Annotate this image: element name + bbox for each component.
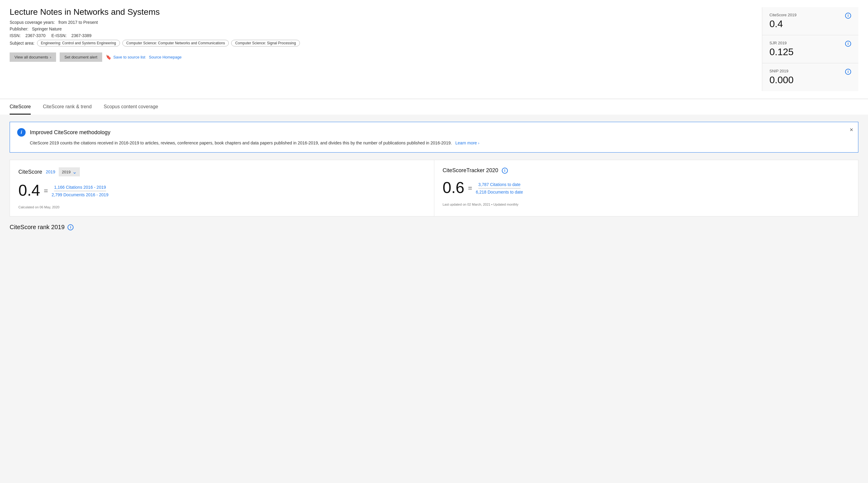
issn-label: ISSN: xyxy=(10,33,21,38)
sjr-metric-value: 0.125 xyxy=(770,47,794,58)
tracker-formula: 0.6 = 3,787 Citations to date 6,218 Docu… xyxy=(443,179,850,198)
subject-tag-2[interactable]: Computer Science: Signal Processing xyxy=(231,40,300,47)
save-to-source-label: Save to source list xyxy=(113,55,145,59)
coverage-years: from 2017 to Present xyxy=(59,20,98,25)
tab-scopus-content[interactable]: Scopus content coverage xyxy=(104,99,158,115)
tracker-info-icon[interactable]: i xyxy=(502,168,508,174)
tracker-main-value: 0.6 xyxy=(443,179,464,197)
citescore-year-selector-label: 2019 xyxy=(62,170,70,174)
banner-header: i Improved CiteScore methodology xyxy=(17,128,851,137)
banner-title: Improved CiteScore methodology xyxy=(30,129,110,136)
view-all-docs-label: View all documents xyxy=(14,55,48,59)
tracker-card: CiteScoreTracker 2020 i 0.6 = 3,787 Cita… xyxy=(434,160,859,216)
citescore-card-label: CiteScore xyxy=(19,169,42,175)
sjr-metric-label: SJR 2019 xyxy=(770,41,794,45)
page-title: Lecture Notes in Networks and Systems xyxy=(10,7,752,17)
citescore-info-icon[interactable]: i xyxy=(845,13,851,19)
issn-value: 2367-3370 xyxy=(25,33,45,38)
citescore-citations[interactable]: 1,166 Citations 2016 - 2019 xyxy=(54,185,106,191)
banner-text: CiteScore 2019 counts the citations rece… xyxy=(30,141,452,145)
banner-close-button[interactable]: × xyxy=(849,126,853,133)
score-cards-row: CiteScore 2019 2019 ⌄ 0.4 = 1,166 Citati… xyxy=(10,160,858,216)
tabs-bar: CiteScore CiteScore rank & trend Scopus … xyxy=(0,99,868,115)
citescore-rank-label: CiteScore rank 2019 xyxy=(10,224,64,231)
citescore-card-title: CiteScore 2019 2019 ⌄ xyxy=(19,167,426,176)
tracker-fraction: 3,787 Citations to date 6,218 Documents … xyxy=(476,182,523,194)
snip-metric-label: SNIP 2019 xyxy=(770,69,794,73)
publisher-line: Publisher: Springer Nature xyxy=(10,27,752,31)
citescore-rank-section: CiteScore rank 2019 i xyxy=(10,224,858,231)
citescore-year-badge: 2019 xyxy=(46,170,55,174)
learn-more-link[interactable]: Learn more › xyxy=(456,141,479,145)
banner-info-icon: i xyxy=(17,128,26,137)
citescore-year-selector[interactable]: 2019 ⌄ xyxy=(59,167,80,176)
tab-citescore[interactable]: CiteScore xyxy=(10,99,31,115)
source-homepage-link[interactable]: Source Homepage xyxy=(149,55,181,59)
dropdown-arrow-icon: ⌄ xyxy=(72,169,77,175)
subject-tag-1[interactable]: Computer Science: Computer Networks and … xyxy=(122,40,229,47)
sjr-metric-info: SJR 2019 0.125 xyxy=(770,41,794,58)
publisher-value: Springer Nature xyxy=(32,27,62,31)
main-info: Lecture Notes in Networks and Systems Sc… xyxy=(10,7,762,91)
eissn-value: 2367-3389 xyxy=(71,33,92,38)
citescore-metric-label: CiteScore 2019 xyxy=(770,13,797,17)
citescore-metric-value: 0.4 xyxy=(770,19,797,30)
citescore-metric-card: CiteScore 2019 0.4 i xyxy=(762,7,858,35)
publisher-label: Publisher: xyxy=(10,27,28,31)
citescore-fraction: 1,166 Citations 2016 - 2019 2,799 Docume… xyxy=(52,185,108,197)
banner-body: CiteScore 2019 counts the citations rece… xyxy=(17,140,851,146)
coverage-label: Scopus coverage years: xyxy=(10,20,55,25)
set-alert-button[interactable]: Set document alert xyxy=(60,53,102,62)
tracker-footnote: Last updated on 02 March, 2021 • Updated… xyxy=(443,203,850,206)
sjr-info-icon[interactable]: i xyxy=(845,41,851,47)
set-alert-label: Set document alert xyxy=(64,55,97,59)
source-homepage-label: Source Homepage xyxy=(149,55,181,59)
citescore-footnote: Calculated on 06 May, 2020 xyxy=(19,205,426,209)
citescore-main-value: 0.4 xyxy=(19,181,40,199)
snip-metric-value: 0.000 xyxy=(770,74,794,86)
tracker-label: CiteScoreTracker 2020 xyxy=(443,167,498,174)
snip-info-icon[interactable]: i xyxy=(845,69,851,75)
tracker-equals-sign: = xyxy=(468,184,472,192)
content-area: × i Improved CiteScore methodology CiteS… xyxy=(0,115,868,238)
arrow-icon: › xyxy=(478,141,479,145)
save-to-source-button[interactable]: 🔖 Save to source list xyxy=(106,55,145,60)
citescore-card: CiteScore 2019 2019 ⌄ 0.4 = 1,166 Citati… xyxy=(10,160,434,216)
citescore-documents[interactable]: 2,799 Documents 2016 - 2019 xyxy=(52,191,108,197)
tracker-card-title: CiteScoreTracker 2020 i xyxy=(443,167,850,174)
subject-label: Subject area: xyxy=(10,41,35,46)
citescore-metric-info: CiteScore 2019 0.4 xyxy=(770,13,797,30)
snip-metric-info: SNIP 2019 0.000 xyxy=(770,69,794,86)
coverage-line: Scopus coverage years: from 2017 to Pres… xyxy=(10,20,752,25)
action-buttons: View all documents › Set document alert … xyxy=(10,53,752,62)
metrics-panel: CiteScore 2019 0.4 i SJR 2019 0.125 i SN… xyxy=(762,7,858,91)
tab-citescore-rank[interactable]: CiteScore rank & trend xyxy=(43,99,92,115)
subject-tag-0[interactable]: Engineering: Control and Systems Enginee… xyxy=(37,40,120,47)
citescore-formula: 0.4 = 1,166 Citations 2016 - 2019 2,799 … xyxy=(19,181,426,201)
issn-line: ISSN: 2367-3370 E-ISSN: 2367-3389 xyxy=(10,33,752,38)
tracker-citations[interactable]: 3,787 Citations to date xyxy=(478,182,521,188)
subject-area-line: Subject area: Engineering: Control and S… xyxy=(10,40,752,47)
sjr-metric-card: SJR 2019 0.125 i xyxy=(762,35,858,63)
top-section: Lecture Notes in Networks and Systems Sc… xyxy=(0,0,868,98)
learn-more-label: Learn more xyxy=(456,141,477,145)
view-all-docs-button[interactable]: View all documents › xyxy=(10,53,56,62)
tracker-documents[interactable]: 6,218 Documents to date xyxy=(476,188,523,194)
eissn-label: E-ISSN: xyxy=(52,33,67,38)
info-banner: × i Improved CiteScore methodology CiteS… xyxy=(10,122,858,153)
equals-sign: = xyxy=(44,187,48,195)
snip-metric-card: SNIP 2019 0.000 i xyxy=(762,63,858,91)
chevron-right-icon: › xyxy=(50,55,51,59)
bookmark-icon: 🔖 xyxy=(106,55,112,60)
rank-info-icon[interactable]: i xyxy=(67,224,73,230)
